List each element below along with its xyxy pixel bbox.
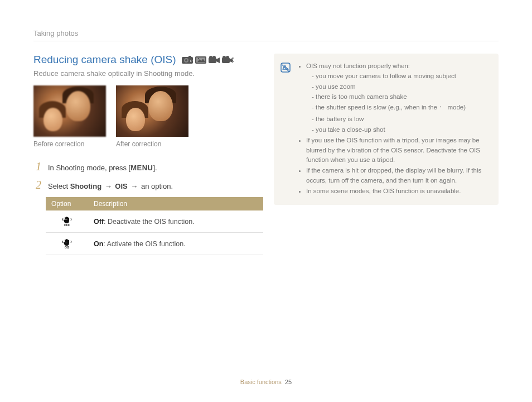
svg-point-12 [212,56,216,59]
note-item: If the camera is hit or dropped, the dis… [306,166,489,186]
step-2-text: Select Shooting → OIS → an option. [48,182,173,190]
step-number: 2 [36,179,43,192]
section-title: Reducing camera shake (OIS) P [33,54,258,66]
table-header-row: Option Description [46,197,263,210]
option-off-icon-cell: OFF [46,210,88,233]
after-caption: After correction [116,140,188,148]
step-1-text-a: In Shooting mode, press [ [48,164,130,172]
note-subitem: there is too much camera shake [312,92,489,102]
step-2-text-a: Select [48,182,70,190]
table-row: OFF Off: Deactivate the OIS function. [46,210,263,233]
svg-rect-4 [188,56,191,58]
step-2-shooting: Shooting [70,182,101,190]
left-column: Reducing camera shake (OIS) P Reduce cam… [33,54,258,255]
ois-on-icon: OIS [61,237,72,250]
menu-button-label: MENU [130,164,153,172]
page-footer: Basic functions 25 [0,379,532,385]
step-2-ois: OIS [115,182,127,190]
on-desc-text: : Activate the OIS function. [103,240,185,248]
arrow-icon: → [129,182,140,190]
manual-page: Taking photos Reducing camera shake (OIS… [0,0,532,402]
svg-point-8 [197,58,199,59]
col-description: Description [88,197,263,210]
off-label: Off [94,218,104,226]
svg-point-11 [209,56,212,59]
svg-text:OFF: OFF [64,223,70,226]
option-on-icon-cell: OIS [46,233,88,255]
camera-p-icon: P [182,56,193,64]
breadcrumb: Taking photos [33,29,499,37]
note-text: the shutter speed is slow (e.g., when in… [316,104,439,111]
options-table: Option Description OFF Off: Deactivate t… [46,197,263,255]
step-number: 1 [36,160,43,173]
video-icon [209,56,220,64]
ois-off-icon: OFF [61,215,72,228]
note-item: OIS may not function properly when: you … [306,61,489,135]
scene-icon [195,56,206,64]
before-photo [33,85,106,137]
section-title-text: Reducing camera shake (OIS) [33,54,176,66]
step-1-text: In Shooting mode, press [MENU]. [48,164,157,172]
step-2-text-d: an option. [141,182,173,190]
svg-point-16 [226,56,229,59]
note-box: OIS may not function properly when: you … [274,54,499,205]
note-text: mode) [446,104,466,111]
option-off-desc: Off: Deactivate the OIS function. [88,210,263,233]
note-icon [280,63,292,197]
note-subitem: the shutter speed is slow (e.g., when in… [312,103,489,114]
step-1-text-b: ]. [153,164,157,172]
dual-is-icon [222,56,234,64]
divider [33,41,499,41]
off-desc-text: : Deactivate the OIS function. [104,218,195,226]
content-columns: Reducing camera shake (OIS) P Reduce cam… [33,54,499,255]
note-subitem: you take a close-up shot [312,125,489,135]
before-photo-block: Before correction [33,85,106,148]
option-on-desc: On: Activate the OIS function. [88,233,263,255]
svg-marker-14 [230,58,233,63]
note-subitem: you use zoom [312,82,489,92]
after-photo-block: After correction [116,85,188,148]
table-row: OIS On: Activate the OIS function. [46,233,263,255]
before-caption: Before correction [33,140,106,148]
page-number: 25 [285,379,292,385]
section-subtitle: Reduce camera shake optically in Shootin… [33,69,258,78]
footer-section: Basic functions [240,379,282,385]
svg-marker-10 [216,58,220,63]
svg-text:OIS: OIS [65,246,70,248]
svg-point-2 [185,59,187,61]
night-mode-icon [439,104,446,114]
note-item: In some scene modes, the OIS function is… [306,186,489,197]
step-2: 2 Select Shooting → OIS → an option. [36,179,258,192]
step-1: 1 In Shooting mode, press [MENU]. [36,160,258,173]
col-option: Option [46,197,88,210]
svg-point-15 [223,56,226,59]
shooting-mode-icons: P [182,56,234,64]
steps-list: 1 In Shooting mode, press [MENU]. 2 Sele… [33,160,258,192]
svg-text:P: P [190,59,192,63]
note-subitem: you move your camera to follow a moving … [312,71,489,82]
note-item: If you use the OIS function with a tripo… [306,136,489,165]
after-photo [116,85,188,137]
arrow-icon: → [103,182,114,190]
right-column: OIS may not function properly when: you … [274,54,499,255]
note-subitem: the battery is low [312,114,489,125]
on-label: On [94,240,103,248]
note-text: OIS may not function properly when: [306,63,410,69]
note-content: OIS may not function properly when: you … [297,61,489,197]
example-photos: Before correction After correction [33,85,258,148]
